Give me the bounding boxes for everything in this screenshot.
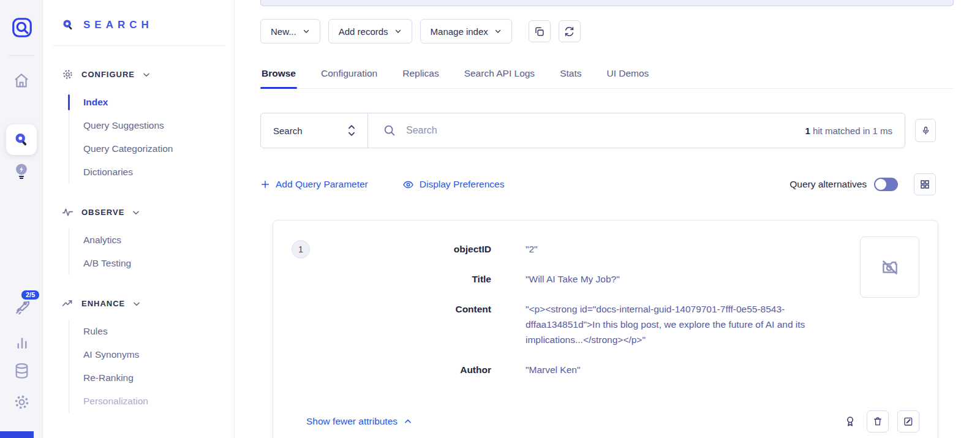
rail-bottom-accent — [0, 431, 34, 438]
algolia-logo-icon[interactable] — [10, 16, 34, 39]
index-toolbar: New... Add records Manage index — [260, 19, 980, 43]
section-configure-header[interactable]: CONFIGURE — [61, 68, 234, 81]
edit-record-button[interactable] — [897, 410, 919, 432]
hit-stats-text: hit matched in 1 ms — [810, 126, 892, 136]
hit-attributes: objectID "2" Title "Will AI Take My Job?… — [314, 236, 850, 392]
section-observe-header[interactable]: OBSERVE — [61, 206, 234, 219]
home-icon[interactable] — [12, 71, 31, 91]
index-selector-remnant[interactable] — [260, 0, 954, 6]
section-configure: CONFIGURE Index Query Suggestions Query … — [61, 68, 234, 184]
search-scope-select[interactable]: Search — [261, 113, 368, 148]
show-fewer-label: Show fewer attributes — [306, 416, 398, 427]
hit-count: 1 — [805, 126, 810, 136]
award-ribbon-icon — [843, 414, 857, 429]
usage-badge: 2/5 — [20, 289, 40, 301]
section-enhance-header[interactable]: ENHANCE — [61, 297, 234, 310]
sidebar-item-re-ranking[interactable]: Re-Ranking — [69, 366, 234, 390]
display-preferences-link[interactable]: Display Preferences — [402, 179, 505, 191]
rail-search-active[interactable] — [6, 124, 37, 155]
sidebar-item-ai-synonyms[interactable]: AI Synonyms — [69, 343, 234, 366]
sidebar-item-query-categorization[interactable]: Query Categorization — [69, 137, 234, 160]
app-rail: 2/5 — [0, 0, 43, 438]
chevron-down-icon — [142, 70, 151, 79]
section-observe: OBSERVE Analytics A/B Testing — [61, 206, 234, 275]
layout-grid-button[interactable] — [914, 173, 936, 195]
search-icon — [383, 124, 396, 137]
chevron-down-icon — [303, 28, 310, 35]
settings-gear-icon[interactable] — [12, 393, 31, 412]
show-fewer-attributes-link[interactable]: Show fewer attributes — [306, 416, 412, 427]
sidebar-item-rules[interactable]: Rules — [69, 320, 234, 343]
refresh-button[interactable] — [559, 20, 581, 42]
sidebar-item-ab-testing[interactable]: A/B Testing — [69, 252, 234, 275]
query-alternatives-toggle[interactable] — [874, 178, 898, 191]
voice-search-button[interactable] — [915, 119, 936, 142]
query-alternatives-label: Query alternatives — [790, 179, 867, 190]
activity-pulse-icon — [61, 206, 74, 219]
attribute-value: "2" — [526, 241, 538, 257]
manage-index-dropdown-button[interactable]: Manage index — [420, 19, 512, 43]
add-query-parameter-label: Add Query Parameter — [276, 179, 368, 190]
hit-card: 1 objectID "2" Title "Will AI Take My Jo… — [273, 220, 938, 438]
section-label: OBSERVE — [81, 208, 124, 217]
attribute-row: Title "Will AI Take My Job?" — [314, 271, 850, 287]
attribute-name: Author — [314, 362, 491, 377]
edit-pencil-icon — [903, 416, 914, 427]
refresh-icon — [564, 26, 575, 37]
sidebar-item-analytics[interactable]: Analytics — [69, 228, 234, 252]
search-box: Search 1 hit matched in 1 ms — [260, 113, 905, 148]
search-product-icon — [61, 18, 75, 32]
ranking-info-button[interactable] — [842, 413, 858, 430]
attribute-name: objectID — [314, 241, 491, 257]
hit-rank-badge: 1 — [292, 240, 310, 259]
hit-footer: Show fewer attributes — [292, 410, 919, 432]
tab-configuration[interactable]: Configuration — [320, 64, 379, 88]
toggle-knob — [875, 179, 886, 190]
hit-actions — [842, 410, 919, 432]
recommend-bulb-icon[interactable] — [12, 162, 31, 181]
main-content: New... Add records Manage index — [235, 0, 980, 438]
tab-browse[interactable]: Browse — [260, 64, 297, 88]
search-input[interactable] — [406, 125, 795, 136]
trash-icon — [872, 416, 883, 427]
sidebar-item-index[interactable]: Index — [69, 91, 234, 114]
copy-index-button[interactable] — [529, 20, 551, 42]
sidebar-item-personalization[interactable]: Personalization — [69, 390, 234, 413]
delete-record-button[interactable] — [867, 410, 889, 432]
search-product-icon — [13, 131, 30, 148]
attribute-row: objectID "2" — [314, 241, 850, 257]
add-records-dropdown-button[interactable]: Add records — [328, 19, 412, 43]
new-dropdown-button[interactable]: New... — [260, 19, 320, 43]
image-off-icon — [880, 257, 900, 278]
sidebar-item-dictionaries[interactable]: Dictionaries — [69, 160, 234, 184]
bar-chart-icon[interactable] — [13, 333, 31, 352]
index-tabs: Browse Configuration Replicas Search API… — [260, 64, 954, 89]
product-name: SEARCH — [83, 19, 153, 31]
section-enhance: ENHANCE Rules AI Synonyms Re-Ranking Per… — [61, 297, 234, 413]
chevron-down-icon — [132, 208, 140, 217]
hit-image-placeholder — [860, 236, 919, 298]
tab-replicas[interactable]: Replicas — [401, 64, 440, 88]
tab-ui-demos[interactable]: UI Demos — [605, 64, 650, 88]
attribute-value: "Will AI Take My Job?" — [526, 271, 620, 287]
section-label: CONFIGURE — [81, 70, 135, 79]
chevron-up-icon — [404, 417, 412, 426]
database-icon[interactable] — [12, 361, 31, 380]
sidebar: SEARCH CONFIGURE Index Query Suggestions… — [43, 0, 235, 438]
sidebar-divider — [53, 45, 225, 46]
add-query-parameter-link[interactable]: Add Query Parameter — [260, 179, 368, 190]
microphone-icon — [921, 125, 931, 137]
attribute-name: Content — [314, 301, 491, 347]
plus-icon — [260, 179, 270, 189]
attribute-value: "Marvel Ken" — [526, 362, 580, 377]
sidebar-item-query-suggestions[interactable]: Query Suggestions — [69, 114, 234, 137]
new-dropdown-label: New... — [271, 26, 296, 37]
manage-index-label: Manage index — [431, 26, 488, 37]
tab-search-api-logs[interactable]: Search API Logs — [463, 64, 536, 88]
rail-divider — [9, 55, 34, 56]
product-header[interactable]: SEARCH — [61, 18, 234, 32]
tab-stats[interactable]: Stats — [559, 64, 582, 88]
trending-up-icon — [61, 297, 74, 310]
query-options-row: Add Query Parameter Display Preferences … — [260, 173, 936, 195]
chevron-down-icon — [494, 28, 502, 35]
